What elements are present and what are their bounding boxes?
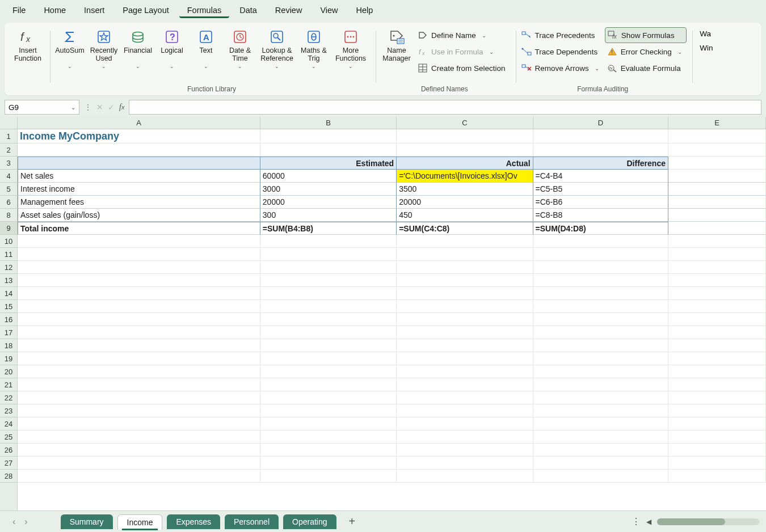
cell-c20[interactable]	[397, 365, 533, 378]
row-header-8[interactable]: 8	[0, 209, 17, 222]
cell-d23[interactable]	[533, 404, 668, 417]
cell-a28[interactable]	[18, 470, 260, 483]
scroll-left-icon[interactable]: ◀	[646, 518, 651, 526]
cell-c26[interactable]	[397, 444, 533, 457]
cell-e21[interactable]	[668, 378, 766, 391]
date-time-button[interactable]: Date &Time⌄	[224, 27, 256, 70]
cell-e12[interactable]	[668, 261, 766, 274]
cell-a22[interactable]	[18, 391, 260, 404]
text-button[interactable]: A Text ⌄	[190, 27, 222, 70]
row-header-4[interactable]: 4	[0, 170, 17, 183]
row-header-23[interactable]: 23	[0, 404, 17, 417]
cell-a20[interactable]	[18, 365, 260, 378]
cell-b3[interactable]: Estimated	[260, 157, 397, 170]
cell-e23[interactable]	[668, 404, 766, 417]
cell-d20[interactable]	[533, 365, 668, 378]
cell-d26[interactable]	[533, 444, 668, 457]
cell-e9[interactable]	[668, 222, 766, 235]
cell-c19[interactable]	[397, 352, 533, 365]
col-header-d[interactable]: D	[533, 117, 668, 129]
cell-b17[interactable]	[260, 326, 397, 339]
cell-c25[interactable]	[397, 430, 533, 444]
cell-a12[interactable]	[18, 261, 260, 274]
cell-a5[interactable]: Interest income	[18, 183, 260, 196]
cell-e10[interactable]	[668, 235, 766, 248]
col-header-a[interactable]: A	[18, 117, 260, 129]
cell-e16[interactable]	[668, 313, 766, 326]
cell-e15[interactable]	[668, 300, 766, 313]
menu-help[interactable]: Help	[348, 2, 381, 18]
col-header-c[interactable]: C	[397, 117, 533, 129]
cell-b8[interactable]: 300	[260, 209, 397, 222]
lookup-reference-button[interactable]: Lookup &Reference⌄	[258, 27, 296, 70]
cell-d24[interactable]	[533, 417, 668, 430]
cell-d9[interactable]: =SUM(D4:D8)	[533, 222, 668, 235]
row-header-9[interactable]: 9	[0, 222, 17, 235]
sheet-tab-summary[interactable]: Summary	[61, 514, 113, 529]
cell-b4[interactable]: 60000	[260, 170, 397, 183]
row-header-3[interactable]: 3	[0, 157, 17, 170]
sheet-nav-next-icon[interactable]: ›	[24, 517, 27, 527]
cell-e24[interactable]	[668, 417, 766, 430]
cell-b19[interactable]	[260, 352, 397, 365]
create-from-selection-button[interactable]: Create from Selection	[415, 60, 510, 76]
cell-b28[interactable]	[260, 470, 397, 483]
cell-a2[interactable]	[18, 143, 260, 157]
cell-c12[interactable]	[397, 261, 533, 274]
cell-e25[interactable]	[668, 430, 766, 444]
cell-c21[interactable]	[397, 378, 533, 391]
remove-arrows-button[interactable]: Remove Arrows⌄	[519, 60, 604, 76]
row-header-12[interactable]: 12	[0, 261, 17, 274]
cell-d8[interactable]: =C8-B8	[533, 209, 668, 222]
insert-function-icon[interactable]: fx	[119, 103, 124, 112]
cell-c27[interactable]	[397, 457, 533, 470]
cell-b14[interactable]	[260, 287, 397, 300]
row-header-22[interactable]: 22	[0, 391, 17, 404]
row-header-5[interactable]: 5	[0, 183, 17, 196]
cell-b18[interactable]	[260, 339, 397, 352]
cell-a15[interactable]	[18, 300, 260, 313]
cell-e3[interactable]	[668, 157, 766, 170]
cell-e14[interactable]	[668, 287, 766, 300]
cell-b13[interactable]	[260, 274, 397, 287]
col-header-b[interactable]: B	[260, 117, 397, 129]
cell-e5[interactable]	[668, 183, 766, 196]
name-box-dropdown-icon[interactable]: ⌄	[71, 104, 75, 111]
menu-view[interactable]: View	[312, 2, 346, 18]
cell-d19[interactable]	[533, 352, 668, 365]
row-header-28[interactable]: 28	[0, 470, 17, 483]
cell-a18[interactable]	[18, 339, 260, 352]
cell-c10[interactable]	[397, 235, 533, 248]
cell-a27[interactable]	[18, 457, 260, 470]
cell-b20[interactable]	[260, 365, 397, 378]
scrollbar-thumb[interactable]	[657, 518, 725, 525]
cell-d28[interactable]	[533, 470, 668, 483]
sheet-options-icon[interactable]: ⋮	[632, 516, 641, 527]
cell-b10[interactable]	[260, 235, 397, 248]
cell-e11[interactable]	[668, 248, 766, 261]
cell-b25[interactable]	[260, 430, 397, 444]
cell-d3[interactable]: Difference	[533, 157, 668, 170]
row-header-15[interactable]: 15	[0, 300, 17, 313]
menu-file[interactable]: File	[5, 2, 33, 18]
cell-b23[interactable]	[260, 404, 397, 417]
row-header-2[interactable]: 2	[0, 143, 17, 157]
cell-e22[interactable]	[668, 391, 766, 404]
cell-b2[interactable]	[260, 143, 397, 157]
menu-data[interactable]: Data	[232, 2, 265, 18]
show-formulas-button[interactable]: fx Show Formulas	[605, 27, 687, 43]
more-functions-button[interactable]: MoreFunctions⌄	[331, 27, 370, 70]
cell-d12[interactable]	[533, 261, 668, 274]
row-header-21[interactable]: 21	[0, 378, 17, 391]
cell-a14[interactable]	[18, 287, 260, 300]
cell-b1[interactable]	[260, 129, 397, 143]
row-header-17[interactable]: 17	[0, 326, 17, 339]
cell-c2[interactable]	[397, 143, 533, 157]
cell-a11[interactable]	[18, 248, 260, 261]
cell-b15[interactable]	[260, 300, 397, 313]
cell-e8[interactable]	[668, 209, 766, 222]
cell-a13[interactable]	[18, 274, 260, 287]
formula-bar-more-icon[interactable]: ⋮	[84, 103, 92, 112]
cell-b12[interactable]	[260, 261, 397, 274]
cell-c6[interactable]: 20000	[397, 196, 533, 209]
